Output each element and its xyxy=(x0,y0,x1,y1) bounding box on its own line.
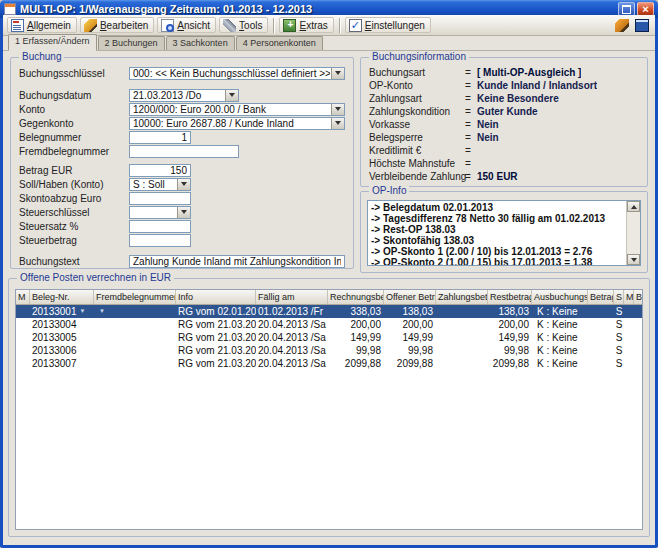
table-cell: 2099,88 xyxy=(488,357,532,370)
form-row: Betrag EUR 150 xyxy=(19,163,345,177)
buchungsschluessel-select[interactable]: 000: << Kein Buchungsschlüssel definiert… xyxy=(129,67,345,80)
column-header[interactable]: Betrag xyxy=(588,290,614,304)
buchungsdatum-select[interactable]: 21.03.2013 /Do xyxy=(129,89,239,102)
table-cell: ▼ xyxy=(94,305,176,318)
window-icon[interactable] xyxy=(635,19,649,32)
buchungstext-field[interactable]: Zahlung Kunde Inland mit Zahlungskonditi… xyxy=(129,255,345,268)
table-cell: 20133007 xyxy=(30,357,94,370)
table-cell: 01.02.2013 /Fr xyxy=(256,305,328,318)
opinfo-scrollbar[interactable] xyxy=(626,201,640,265)
table-row[interactable]: 20133006RG vom 21.03.201320.04.2013 /Sa9… xyxy=(16,344,642,357)
betrag-label: Betrag EUR xyxy=(19,165,129,176)
column-header[interactable]: M xyxy=(624,290,634,304)
table-cell: 20.04.2013 /Sa xyxy=(256,344,328,357)
table-cell xyxy=(634,344,643,357)
tab-4-personenkonten[interactable]: 4 Personenkonten xyxy=(236,36,323,50)
table-cell: 149,99 xyxy=(488,331,532,344)
steuerbetrag-field[interactable] xyxy=(129,234,191,247)
toolbar-button-label: Einstellungen xyxy=(365,20,425,31)
toolbar-button-einstellungen[interactable]: Einstellungen xyxy=(345,17,431,33)
buchungstext-value: Zahlung Kunde Inland mit Zahlungskonditi… xyxy=(133,256,341,267)
table-cell xyxy=(436,357,488,370)
scroll-down-button[interactable] xyxy=(627,254,640,265)
table-row[interactable]: 20133001▼▼RG vom 02.01.201301.02.2013 /F… xyxy=(16,305,642,318)
close-button[interactable]: × xyxy=(637,2,654,16)
tab-2-buchungen[interactable]: 2 Buchungen xyxy=(98,36,165,50)
opinfo-listbox[interactable]: -> Belegdatum 02.01.2013-> Tagesdifferen… xyxy=(367,200,641,266)
op-table-body: 20133001▼▼RG vom 02.01.201301.02.2013 /F… xyxy=(16,305,642,370)
fremdbelegnummer-field[interactable] xyxy=(129,145,239,158)
table-cell: 20133004 xyxy=(30,318,94,331)
table-row[interactable]: 20133004RG vom 21.03.201320.04.2013 /Sa2… xyxy=(16,318,642,331)
column-header[interactable]: Rechnungsbetrag xyxy=(328,290,384,304)
column-header[interactable]: B xyxy=(634,290,643,304)
column-header[interactable]: Fällig am xyxy=(256,290,328,304)
table-cell xyxy=(624,331,634,344)
scroll-up-button[interactable] xyxy=(627,201,640,212)
dropdown-button[interactable] xyxy=(331,68,344,79)
table-row[interactable]: 20133007RG vom 21.03.201320.04.2013 /Sa2… xyxy=(16,357,642,370)
skontoabzug-field[interactable] xyxy=(129,192,191,205)
settings-icon xyxy=(349,19,362,32)
dropdown-button[interactable] xyxy=(225,90,238,101)
column-header[interactable]: Zahlungsbetrag xyxy=(436,290,488,304)
column-header[interactable]: Info xyxy=(176,290,256,304)
steuersatz-field[interactable] xyxy=(129,220,191,233)
dropdown-icon[interactable]: ▼ xyxy=(99,305,105,318)
gegenkonto-select[interactable]: 10000: Euro 2687.88 / Kunde Inland xyxy=(129,117,345,130)
opinfo-line: -> Rest-OP 138.03 xyxy=(371,224,624,235)
info-value: Nein xyxy=(477,132,499,143)
view-icon xyxy=(161,19,174,32)
tab-1-erfassen-ändern[interactable]: 1 Erfassen/Ändern xyxy=(8,34,97,51)
dropdown-button[interactable] xyxy=(177,207,190,218)
table-cell: 99,98 xyxy=(328,344,384,357)
column-header[interactable]: Ausbuchungsart xyxy=(532,290,588,304)
opinfo-group-title: OP-Info xyxy=(369,185,409,197)
belegnummer-field[interactable]: 1 xyxy=(129,131,191,144)
table-cell: K : Keine xyxy=(532,318,588,331)
info-row: Höchste Mahnstufe= xyxy=(369,157,641,170)
equals-sign: = xyxy=(465,67,477,78)
info-value: Kunde Inland / Inlandsort xyxy=(477,80,597,91)
column-header[interactable]: Fremdbelegnummer xyxy=(94,290,176,304)
chevron-down-icon xyxy=(335,71,341,75)
toolbar-button-allgemein[interactable]: Allgemein xyxy=(7,17,77,33)
steuerschluessel-select[interactable] xyxy=(129,206,191,219)
toolbar-button-tools[interactable]: Tools xyxy=(219,17,268,33)
column-header[interactable]: Offener Betrag xyxy=(384,290,436,304)
toolbar-button-extras[interactable]: Extras xyxy=(279,17,333,33)
gegenkonto-value: 10000: Euro 2687.88 / Kunde Inland xyxy=(133,118,330,129)
table-row[interactable]: 20133005RG vom 21.03.201320.04.2013 /Sa1… xyxy=(16,331,642,344)
betrag-field[interactable]: 150 xyxy=(129,164,191,177)
dropdown-button[interactable] xyxy=(331,118,344,129)
chevron-down-icon xyxy=(335,121,341,125)
column-header[interactable]: S xyxy=(614,290,624,304)
column-header[interactable]: M xyxy=(16,290,30,304)
info-row: Belegsperre=Nein xyxy=(369,131,641,144)
opinfo-line: -> OP-Skonto 1 (2.00 / 10) bis 12.01.201… xyxy=(371,246,624,257)
maximize-button[interactable] xyxy=(618,2,635,16)
sollhaben-select[interactable]: S : Soll xyxy=(129,178,191,191)
form-row: Steuersatz % xyxy=(19,219,345,233)
form-row: Steuerbetrag xyxy=(19,233,345,247)
toolbar-button-ansicht[interactable]: Ansicht xyxy=(157,17,216,33)
dropdown-button[interactable] xyxy=(331,104,344,115)
toolbar-separator xyxy=(273,18,274,33)
toolbar-button-bearbeiten[interactable]: Bearbeiten xyxy=(80,17,154,33)
table-cell: 2099,88 xyxy=(384,357,436,370)
dropdown-button[interactable] xyxy=(177,179,190,190)
steuerschluessel-label: Steuerschlüssel xyxy=(19,207,129,218)
equals-sign: = xyxy=(465,145,477,156)
sollhaben-label: Soll/Haben (Konto) xyxy=(19,179,129,190)
tab-3-sachkonten[interactable]: 3 Sachkonten xyxy=(166,36,235,50)
column-header[interactable]: Restbetrag xyxy=(488,290,532,304)
table-cell: RG vom 21.03.2013 xyxy=(176,318,256,331)
konto-value: 1200/000: Euro 200.00 / Bank xyxy=(133,104,330,115)
column-header[interactable]: Beleg-Nr. xyxy=(30,290,94,304)
pen-icon[interactable] xyxy=(615,19,629,32)
konto-select[interactable]: 1200/000: Euro 200.00 / Bank xyxy=(129,103,345,116)
table-cell: 20133005 xyxy=(30,331,94,344)
op-table: MBeleg-Nr.FremdbelegnummerInfoFällig amR… xyxy=(15,289,643,530)
table-cell: RG vom 02.01.2013 xyxy=(176,305,256,318)
dropdown-icon[interactable]: ▼ xyxy=(80,305,86,318)
